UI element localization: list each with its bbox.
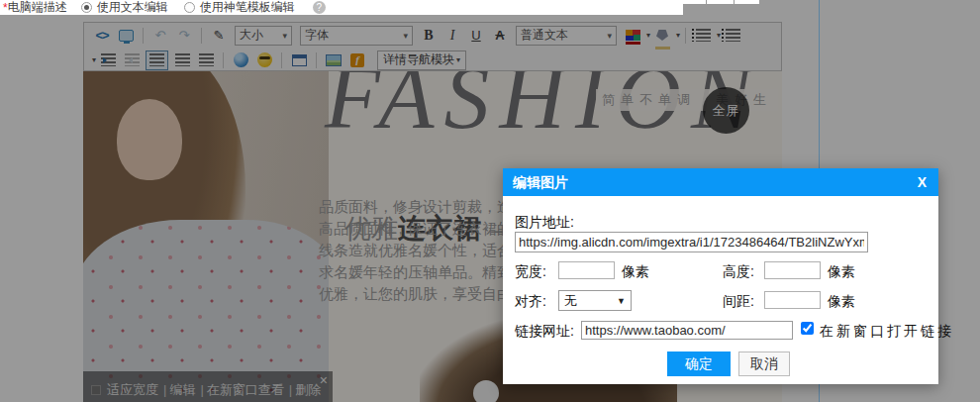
height-input[interactable] xyxy=(764,261,821,279)
dialog-close-button[interactable]: X xyxy=(918,168,927,196)
link-url-label: 链接网址: xyxy=(515,323,574,341)
pc-description-label: 电脑端描述 xyxy=(8,0,67,16)
help-icon[interactable]: ? xyxy=(313,1,326,14)
width-px-suffix: 像素 xyxy=(622,263,649,281)
image-url-label: 图片地址: xyxy=(515,214,574,232)
ok-button[interactable]: 确定 xyxy=(667,352,731,376)
dialog-header: 编辑图片 X xyxy=(503,168,938,196)
width-input[interactable] xyxy=(558,261,615,279)
radio-text-edit-label: 使用文本编辑 xyxy=(97,0,168,16)
radio-shenbi-edit[interactable]: 使用神笔模板编辑 xyxy=(184,0,295,16)
dialog-title: 编辑图片 xyxy=(513,168,568,196)
cancel-button[interactable]: 取消 xyxy=(738,352,790,376)
align-select[interactable]: 无 ▼ xyxy=(558,290,632,311)
gap-input[interactable] xyxy=(764,291,821,309)
height-px-suffix: 像素 xyxy=(828,263,855,281)
radio-shenbi-edit-label: 使用神笔模板编辑 xyxy=(200,0,295,16)
gap-px-suffix: 像素 xyxy=(828,293,855,311)
image-url-input[interactable] xyxy=(515,232,868,252)
align-label: 对齐: xyxy=(515,293,546,311)
radio-unselected-icon[interactable] xyxy=(184,2,195,13)
width-label: 宽度: xyxy=(515,263,546,281)
page: <> ↶ ↷ ✎ 大小 ▾ 字体 ▾ B I U A 普通文本 ▾ xyxy=(0,0,980,402)
edit-image-dialog: 编辑图片 X 图片地址: 宽度: 像素 高度: 像素 对齐: 无 ▼ 间距: 像… xyxy=(503,168,938,384)
height-label: 高度: xyxy=(723,263,754,281)
link-url-input[interactable] xyxy=(581,321,793,340)
align-select-value: 无 xyxy=(564,292,577,310)
gap-label: 间距: xyxy=(723,293,754,311)
top-table-fragment xyxy=(683,0,759,4)
open-new-window-label: 在新窗口打开链接 xyxy=(820,323,954,341)
radio-selected-icon[interactable] xyxy=(81,2,92,13)
select-caret-icon: ▼ xyxy=(617,296,626,306)
open-new-window-checkbox[interactable] xyxy=(801,322,814,335)
radio-text-edit[interactable]: 使用文本编辑 xyxy=(81,0,168,16)
page-option-bar: * 电脑端描述 使用文本编辑 使用神笔模板编辑 ? xyxy=(0,0,683,15)
